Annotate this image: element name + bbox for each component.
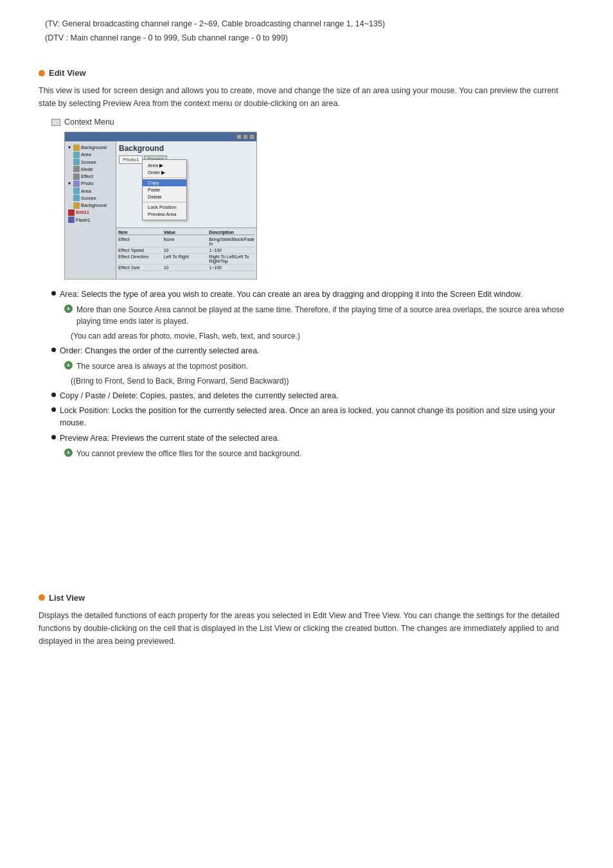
spacer — [39, 465, 574, 593]
sidebar-photo-area: Area — [72, 188, 114, 195]
si-icon3 — [73, 166, 80, 172]
menu-preview: Preview Area — [143, 211, 186, 218]
bullet-preview: Preview Area: Previews the current state… — [51, 432, 574, 445]
menu-lock: Lock Position — [143, 204, 186, 211]
area-sub-note: (You can add areas for photo, movie, Fla… — [71, 330, 574, 342]
fake-maximize: □ — [243, 134, 248, 139]
si-icon — [73, 152, 80, 158]
fake-screen: _ □ × ▾ Background — [65, 132, 256, 279]
sidebar-icon — [73, 145, 80, 151]
bullet-copy: Copy / Paste / Delete: Copies, pastes, a… — [51, 390, 574, 402]
sidebar-row: ▾ Background — [67, 144, 114, 151]
edit-view-screenshot: _ □ × ▾ Background — [64, 132, 574, 279]
order-sub-note: ((Bring to Front, Send to Back, Bring Fo… — [71, 375, 574, 387]
edit-view-description: This view is used for screen design and … — [39, 84, 574, 110]
fake-titlebar: _ □ × — [65, 132, 256, 141]
fake-table-header: Item Value Description — [118, 230, 254, 235]
fake-bg-title: Background — [119, 144, 254, 153]
screenshot-image: _ □ × ▾ Background — [64, 132, 257, 279]
edit-view-section: Edit View This view is used for screen d… — [39, 68, 574, 459]
sidebar-mode: Mode — [72, 166, 114, 173]
sidebar-photo-screen: Screen — [72, 195, 114, 202]
menu-copy: Copy — [143, 179, 186, 186]
note-area-1: + More than one Source Area cannot be pl… — [64, 304, 574, 327]
plus-icon-3: + — [64, 448, 73, 457]
sidebar-screen: Screen — [72, 159, 114, 166]
si-bng — [68, 209, 75, 216]
bullet-lock: Lock Position: Locks the position for th… — [51, 405, 574, 429]
fake-row-2: Effect Speed 10 1~100 — [118, 247, 254, 254]
menu-sep2 — [143, 202, 186, 202]
sidebar-children: Area Screen Mode — [67, 151, 114, 180]
sidebar-area: Area — [72, 151, 114, 158]
bullet-area: Area: Selects the type of area you wish … — [51, 288, 574, 301]
fake-close: × — [249, 134, 254, 139]
col-desc: Description — [209, 230, 254, 235]
col-value: Value — [164, 230, 209, 235]
bullet-dot-copy — [51, 393, 56, 397]
list-view-dot — [39, 594, 45, 601]
sidebar-effect: Effect — [72, 173, 114, 180]
col-item: Item — [118, 230, 164, 235]
bullet-dot-area — [51, 291, 56, 296]
sidebar-photo-children: Area Screen Background — [67, 188, 114, 209]
menu-sep1 — [143, 177, 186, 178]
si-icon4 — [73, 173, 80, 180]
fake-minimize: _ — [236, 134, 242, 139]
sip-icon3 — [73, 202, 80, 209]
bullet-dot-lock — [51, 407, 56, 412]
sip-icon — [73, 188, 80, 194]
fake-tab-photo1: Photo1 — [119, 155, 143, 164]
fake-main-area: Background Photo1 Flash1 Area ▶ Order ▶ … — [116, 141, 256, 279]
sidebar-photo-bg: Background — [72, 202, 114, 209]
menu-area: Area ▶ — [143, 162, 186, 169]
list-view-title: List View — [39, 593, 574, 603]
dtv-range-note: (DTV : Main channel range - 0 to 999, Su… — [39, 33, 574, 42]
fake-row-4: Effect Size 10 1~100 — [118, 265, 254, 271]
sidebar-photo: ▾ Photo — [67, 180, 114, 187]
si-icon2 — [73, 159, 80, 165]
fake-row-3: Effect Direction Left To Right Right To … — [118, 254, 254, 265]
list-view-section: List View Displays the detailed function… — [39, 593, 574, 648]
edit-view-title: Edit View — [39, 68, 574, 78]
note-preview-1: + You cannot preview the office files fo… — [64, 448, 574, 459]
bullet-order: Order: Changes the order of the currentl… — [51, 345, 574, 357]
context-menu-icon — [51, 119, 60, 126]
plus-icon-2: + — [64, 361, 73, 369]
edit-view-bullets: Area: Selects the type of area you wish … — [51, 288, 574, 459]
note-order-1: + The source area is always at the topmo… — [64, 360, 574, 372]
bullet-dot-preview — [51, 435, 56, 439]
fake-sidebar: ▾ Background Area Screen — [65, 141, 116, 279]
tv-range-note: (TV: General broadcasting channel range … — [39, 19, 574, 28]
plus-icon-1: + — [64, 305, 73, 313]
fake-content: ▾ Background Area Screen — [65, 141, 256, 279]
menu-delete: Delete — [143, 193, 186, 200]
edit-view-dot — [39, 70, 45, 76]
sidebar-bng1: BNG1 — [67, 209, 114, 216]
menu-paste: Paste — [143, 186, 186, 193]
context-menu-label: Context Menu — [51, 118, 574, 127]
list-view-description: Displays the detailed functions of each … — [39, 609, 574, 648]
fake-row-1: Effect None Bring/Slide/Block/Fade In — [118, 236, 254, 247]
bullet-dot-order — [51, 348, 56, 352]
sip-icon2 — [73, 195, 80, 201]
si-photo — [73, 181, 80, 187]
sidebar-flash1: Flash1 — [67, 217, 114, 224]
si-flash — [68, 217, 75, 223]
fake-context-popup: Area ▶ Order ▶ Copy Paste Delete Lock Po… — [142, 159, 187, 220]
menu-order: Order ▶ — [143, 169, 186, 176]
fake-bottom-panel: Item Value Description Effect None Bring… — [116, 227, 256, 279]
